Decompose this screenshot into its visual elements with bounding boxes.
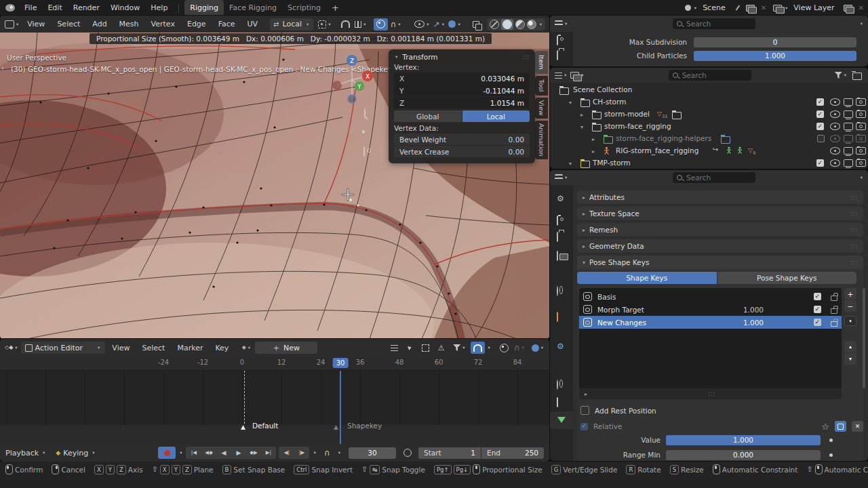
view-layer-selector[interactable]: ▾ View Layer ✕ <box>773 3 864 12</box>
editor-type-button[interactable]: ▾ <box>4 18 20 30</box>
add-shape-key-button[interactable]: + <box>844 288 856 300</box>
playback-menu[interactable]: Playback▾ <box>5 449 46 458</box>
jump-to-start-button[interactable]: |◀ <box>186 447 201 459</box>
channels-icon[interactable] <box>387 342 401 354</box>
hide-eye-icon[interactable] <box>830 159 840 167</box>
outliner-item-label[interactable]: Scene Collection <box>573 85 632 94</box>
duplicate-scene-icon[interactable] <box>746 5 755 12</box>
outliner-item-label[interactable]: storm-face_rigging-helpers <box>616 134 711 142</box>
camera-view-icon[interactable] <box>363 147 365 156</box>
playhead[interactable] <box>340 371 341 444</box>
disable-render-icon[interactable] <box>856 159 866 167</box>
panel-remesh[interactable]: ▸ Remesh ::: <box>577 223 863 237</box>
duplicate-view-layer-icon[interactable] <box>844 5 852 12</box>
tab-tool[interactable]: ⚙ <box>557 195 564 203</box>
tab-physics[interactable] <box>557 380 558 389</box>
expand-icon[interactable]: ▾ <box>580 124 583 130</box>
tab-world[interactable] <box>557 287 558 296</box>
menu-vertex[interactable]: Vertex <box>146 16 180 33</box>
search-input[interactable] <box>681 70 738 80</box>
menu-mesh[interactable]: Mesh <box>114 16 144 33</box>
panel-geometry-data[interactable]: ▸ Geometry Data ::: <box>577 239 863 253</box>
menu-marker[interactable]: Marker <box>172 339 208 357</box>
mute-checkbox[interactable] <box>814 293 821 300</box>
filter-expand-icon[interactable]: ▸ <box>585 391 587 397</box>
end-frame-field[interactable]: End 250 <box>481 447 544 459</box>
zoom-icon[interactable] <box>364 108 366 117</box>
tab-render[interactable] <box>557 36 558 45</box>
expand-icon[interactable]: ▸ <box>592 136 595 142</box>
snap-toggle-button[interactable] <box>338 18 353 30</box>
exclude-checkbox[interactable] <box>816 110 824 118</box>
range-min-field[interactable]: 0.000 <box>666 450 821 460</box>
grip-icon[interactable]: ::: <box>522 54 530 60</box>
shading-material-button[interactable] <box>515 20 525 29</box>
shape-key-row-new-changes[interactable]: New Changes 1.000 <box>579 316 842 329</box>
max-subdivision-field[interactable]: 0 <box>694 37 856 47</box>
grip-icon[interactable]: ::: <box>850 227 858 233</box>
dopesheet-mode-dropdown[interactable]: Action Editor ▾ <box>21 342 106 354</box>
unlink-scene-icon[interactable]: ✕ <box>761 5 766 12</box>
exclude-checkbox[interactable] <box>816 123 824 130</box>
outliner-item-label[interactable]: TMP-storm <box>593 159 631 167</box>
relative-checkbox[interactable] <box>580 423 588 430</box>
menu-key[interactable]: Key <box>210 339 234 357</box>
tab-constraints[interactable] <box>557 398 558 407</box>
exclude-checkbox[interactable] <box>816 98 824 106</box>
outliner-row-scene-collection[interactable]: Scene Collection <box>550 84 868 96</box>
step-back-button[interactable]: ◀| <box>279 447 294 459</box>
animate-value-dot[interactable] <box>829 439 833 442</box>
vertex-crease-field[interactable]: Vertex Crease 0.00 <box>394 146 530 157</box>
panel-texture-space[interactable]: ▸ Texture Space ::: <box>577 207 863 220</box>
outliner-item-label[interactable]: storm-model <box>604 110 650 118</box>
visibility-dropdown[interactable]: ▾ <box>414 18 431 30</box>
sidebar-tab-animation[interactable]: Animation <box>535 121 548 159</box>
current-frame-indicator[interactable]: 30 <box>333 358 349 368</box>
editor-type-button[interactable]: ▾ <box>554 18 569 30</box>
disable-render-icon[interactable] <box>856 110 866 118</box>
exclude-checkbox[interactable] <box>817 135 825 142</box>
dopesheet-canvas[interactable]: ▲ Default ▲ Shapekey <box>0 371 549 444</box>
outliner-row-helpers[interactable]: ▸ storm-face_rigging-helpers <box>550 133 868 145</box>
marker-label-default[interactable]: Default <box>252 422 278 430</box>
mute-checkbox[interactable] <box>814 306 821 313</box>
outliner-row-storm-model[interactable]: ▸ storm-model ▽33 <box>550 108 868 121</box>
marker-triangle[interactable]: ▲ <box>334 424 338 430</box>
prev-keyframe-button[interactable]: ◀◆ <box>201 447 216 459</box>
tab-shape-keys[interactable]: Shape Keys <box>577 272 717 284</box>
hide-eye-icon[interactable] <box>830 147 840 155</box>
timeline-ruler[interactable]: -24 -12 0 12 24 36 48 60 72 84 30 <box>0 357 549 371</box>
tab-object-data-active[interactable] <box>550 411 573 429</box>
proportional-edit-toggle[interactable] <box>497 342 511 354</box>
transform-orientation-dropdown[interactable]: ⇄ Local ▾ <box>270 18 313 30</box>
scene-name[interactable]: Scene <box>700 3 735 12</box>
add-workspace-button[interactable]: + <box>326 0 344 16</box>
lock-icon[interactable] <box>831 321 837 327</box>
use-preview-range-button[interactable] <box>400 447 414 459</box>
outliner-row-storm-face-rigging[interactable]: ▾ storm-face_rigging <box>550 121 868 133</box>
panel-attributes[interactable]: ▸ Attributes ::: <box>577 190 863 204</box>
gizmos-dropdown[interactable]: ↗▾ <box>432 18 446 30</box>
search-input[interactable] <box>685 173 742 182</box>
viewport-canvas[interactable]: Proportional Size (Smooth): 0.003649 m D… <box>0 33 549 339</box>
tab-object[interactable] <box>557 312 558 321</box>
auto-keying-button[interactable] <box>158 447 176 459</box>
marker-label-shapekey[interactable]: Shapekey <box>347 422 382 430</box>
menu-render[interactable]: Render <box>68 0 105 16</box>
remove-shape-key-button[interactable]: − <box>844 300 856 312</box>
display-mode-dropdown[interactable]: ▾ <box>570 69 585 81</box>
next-keyframe-button[interactable]: ◆▶ <box>246 447 260 459</box>
space-global-button[interactable]: Global <box>394 110 462 122</box>
value-slider[interactable]: 1.000 <box>666 435 821 445</box>
marker-triangle-selected[interactable]: ▲ <box>241 424 245 430</box>
expand-icon[interactable]: ▸ <box>580 112 583 118</box>
workspace-tab-rigging[interactable]: Rigging <box>184 0 224 16</box>
menu-add[interactable]: Add <box>87 16 112 33</box>
child-particles-slider[interactable]: 1.000 <box>694 51 856 61</box>
sidebar-tab-tool[interactable]: Tool <box>535 76 548 96</box>
editor-type-button[interactable]: ▾ <box>554 171 569 184</box>
disable-render-icon[interactable] <box>856 147 866 155</box>
grip-icon[interactable]: ::: <box>850 195 858 201</box>
expand-icon[interactable]: ▾ <box>569 100 572 106</box>
workspace-tab-scripting[interactable]: Scripting <box>282 0 326 16</box>
